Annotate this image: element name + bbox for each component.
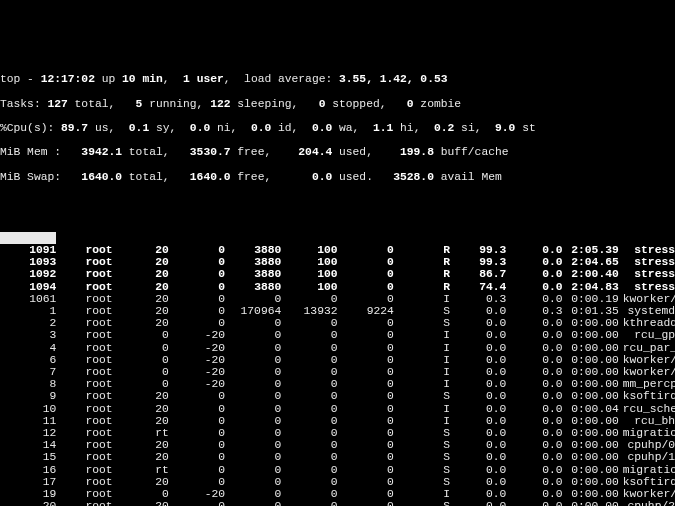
- cell-virt: 0: [225, 329, 281, 341]
- mem-used: 204.4: [298, 146, 332, 158]
- cell-ni: 0: [169, 464, 225, 476]
- cell-shr: 0: [338, 354, 394, 366]
- cell-s: R: [394, 244, 450, 256]
- cell-ni: -20: [169, 342, 225, 354]
- cell-cpu: 0.0: [450, 415, 506, 427]
- cell-cpu: 0.0: [450, 390, 506, 402]
- cell-user: root: [56, 366, 112, 378]
- cell-virt: 0: [225, 464, 281, 476]
- cell-mem: 0.0: [506, 293, 562, 305]
- process-row[interactable]: 1091root20038801000R99.30.02:05.39stress: [0, 244, 675, 256]
- process-row[interactable]: 7root0-20000I0.00.00:00.00kworker/u8:0-e…: [0, 366, 675, 378]
- process-row[interactable]: 11root200000I0.00.00:00.00rcu_bh: [0, 415, 675, 427]
- cell-shr: 0: [338, 415, 394, 427]
- process-row[interactable]: 1061root200000I0.30.00:00.19kworker/3:0-…: [0, 293, 675, 305]
- process-row[interactable]: 4root0-20000I0.00.00:00.00rcu_par_gp: [0, 342, 675, 354]
- cell-pr: 0: [113, 488, 169, 500]
- cell-res: 0: [281, 476, 337, 488]
- cell-cpu: 86.7: [450, 268, 506, 280]
- cell-ni: 0: [169, 403, 225, 415]
- cell-user: root: [56, 415, 112, 427]
- uptime-value: 10 min: [122, 73, 163, 85]
- process-row[interactable]: 17root200000S0.00.00:00.00ksoftirqd/1: [0, 476, 675, 488]
- swap-free: 1640.0: [190, 171, 231, 183]
- process-row[interactable]: 2root200000S0.00.00:00.00kthreadd: [0, 317, 675, 329]
- cell-ni: 0: [169, 390, 225, 402]
- cell-time: 0:00.00: [563, 464, 619, 476]
- cell-user: root: [56, 256, 112, 268]
- cell-cpu: 0.0: [450, 329, 506, 341]
- cell-time: 2:04.83: [563, 281, 619, 293]
- process-row[interactable]: 6root0-20000I0.00.00:00.00kworker/0:0H-k…: [0, 354, 675, 366]
- cell-ni: -20: [169, 488, 225, 500]
- process-row[interactable]: 1094root20038801000R74.40.02:04.83stress: [0, 281, 675, 293]
- cell-pid: 4: [0, 342, 56, 354]
- cell-s: S: [394, 464, 450, 476]
- cell-mem: 0.3: [506, 305, 562, 317]
- cell-time: 0:00.00: [563, 427, 619, 439]
- cell-s: S: [394, 390, 450, 402]
- cpu-si: 0.2: [434, 122, 454, 134]
- cell-virt: 0: [225, 293, 281, 305]
- cell-cmd: rcu_par_gp: [619, 342, 675, 354]
- cell-cmd: ksoftirqd/0: [619, 390, 675, 402]
- cell-res: 0: [281, 415, 337, 427]
- cell-pr: 20: [113, 256, 169, 268]
- process-table-header[interactable]: PID USER PR NI VIRT RES SHR S %CPU %MEM …: [0, 232, 56, 244]
- cell-shr: 0: [338, 500, 394, 506]
- cell-mem: 0.0: [506, 403, 562, 415]
- cell-user: root: [56, 390, 112, 402]
- cell-mem: 0.0: [506, 427, 562, 439]
- cell-shr: 0: [338, 329, 394, 341]
- cell-mem: 0.0: [506, 378, 562, 390]
- cell-res: 100: [281, 256, 337, 268]
- cell-s: I: [394, 342, 450, 354]
- mem-total: 3942.1: [81, 146, 122, 158]
- cell-cpu: 0.0: [450, 451, 506, 463]
- cell-cmd: cpuhp/2: [619, 500, 675, 506]
- process-row[interactable]: 8root0-20000I0.00.00:00.00mm_percpu_wq: [0, 378, 675, 390]
- cell-cmd: rcu_gp: [619, 329, 675, 341]
- cell-res: 0: [281, 488, 337, 500]
- process-row[interactable]: 3root0-20000I0.00.00:00.00rcu_gp: [0, 329, 675, 341]
- cell-user: root: [56, 317, 112, 329]
- cell-s: R: [394, 268, 450, 280]
- cell-pr: 20: [113, 403, 169, 415]
- swap-total: 1640.0: [81, 171, 122, 183]
- cell-shr: 0: [338, 244, 394, 256]
- process-row[interactable]: 20root200000S0.00.00:00.00cpuhp/2: [0, 500, 675, 506]
- process-row[interactable]: 10root200000I0.00.00:00.04rcu_sched: [0, 403, 675, 415]
- cell-user: root: [56, 342, 112, 354]
- process-row[interactable]: 19root0-20000I0.00.00:00.00kworker/1:0H-…: [0, 488, 675, 500]
- cell-user: root: [56, 403, 112, 415]
- cell-user: root: [56, 354, 112, 366]
- cell-cpu: 0.0: [450, 500, 506, 506]
- process-row[interactable]: 12rootrt0000S0.00.00:00.00migration/0: [0, 427, 675, 439]
- process-row[interactable]: 15root200000S0.00.00:00.00cpuhp/1: [0, 451, 675, 463]
- mem-free: 3530.7: [190, 146, 231, 158]
- cell-pr: 20: [113, 244, 169, 256]
- process-row[interactable]: 16rootrt0000S0.00.00:00.00migration/1: [0, 464, 675, 476]
- cell-cmd: stress: [619, 256, 675, 268]
- cell-cpu: 0.0: [450, 427, 506, 439]
- cell-pr: 20: [113, 268, 169, 280]
- cell-mem: 0.0: [506, 464, 562, 476]
- process-row[interactable]: 9root200000S0.00.00:00.00ksoftirqd/0: [0, 390, 675, 402]
- cell-time: 0:00.00: [563, 354, 619, 366]
- cell-mem: 0.0: [506, 354, 562, 366]
- cell-pr: 20: [113, 415, 169, 427]
- cell-mem: 0.0: [506, 244, 562, 256]
- terminal[interactable]: top - 12:17:02 up 10 min, 1 user, load a…: [0, 49, 675, 506]
- cell-mem: 0.0: [506, 268, 562, 280]
- process-row[interactable]: 1093root20038801000R99.30.02:04.65stress: [0, 256, 675, 268]
- cell-res: 100: [281, 281, 337, 293]
- cell-user: root: [56, 488, 112, 500]
- process-row[interactable]: 14root200000S0.00.00:00.00cpuhp/0: [0, 439, 675, 451]
- cpu-id: 0.0: [251, 122, 271, 134]
- cpu-hi: 1.1: [373, 122, 393, 134]
- process-row[interactable]: 1092root20038801000R86.70.02:00.40stress: [0, 268, 675, 280]
- cell-time: 0:00.00: [563, 342, 619, 354]
- process-row[interactable]: 1root200170964139329224S0.00.30:01.35sys…: [0, 305, 675, 317]
- cell-ni: 0: [169, 317, 225, 329]
- cell-cpu: 0.0: [450, 488, 506, 500]
